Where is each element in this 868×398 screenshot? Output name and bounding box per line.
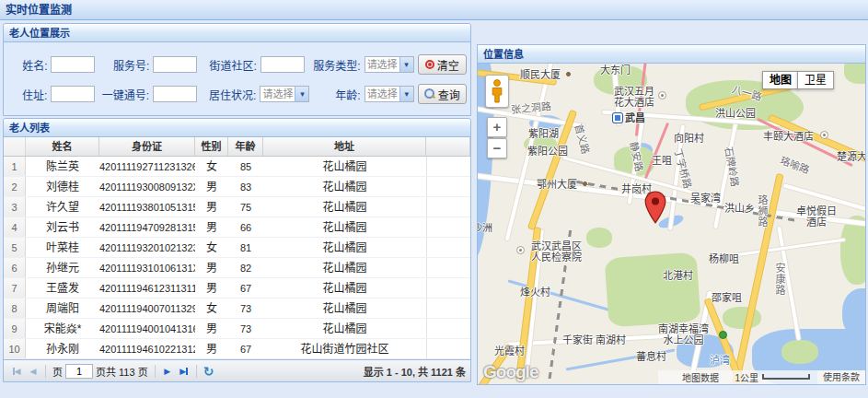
cell-id: 420111192711231326	[99, 157, 195, 176]
cell-name: 刘德桂	[26, 177, 99, 196]
map-label: 邵家咀	[712, 292, 742, 303]
next-page-button[interactable]: ▶	[159, 363, 176, 380]
last-page-button[interactable]: ▶	[176, 363, 192, 380]
cell-sex: 男	[195, 339, 228, 358]
page-title-bar: 实时位置监测	[0, 0, 868, 20]
cell-age: 81	[228, 238, 263, 257]
table-row[interactable]: 10 孙永刚 420111194610221312 男 67 花山街道竹园社区	[4, 339, 470, 359]
service-type-label: 服务类型:	[309, 57, 364, 73]
park-area	[844, 64, 865, 84]
chevron-down-icon: ▾	[399, 57, 413, 72]
form-row-2: 住址: 一键通号: 居住状况: 请选择 ▾ 年龄: 请选择	[7, 82, 467, 106]
google-logo[interactable]: Google	[483, 362, 538, 382]
chevron-down-icon: ▾	[295, 87, 308, 101]
name-input[interactable]	[51, 56, 95, 73]
map-label: 南湖幸福湾 水上公园	[658, 323, 709, 345]
next-arrow-icon: ▶	[179, 367, 186, 376]
column-id[interactable]: 身份证	[99, 137, 195, 156]
map-label: 南湖村	[596, 334, 626, 345]
table-row[interactable]: 3 许久望 420111193801051315 男 75 花山橘园	[4, 197, 470, 217]
map-label: 紫阳公园	[527, 146, 568, 157]
table-row[interactable]: 8 周端阳 420111194007011329 女 73 花山橘园	[4, 298, 470, 319]
community-input[interactable]	[260, 56, 305, 73]
cell-sex: 男	[195, 217, 228, 237]
cell-name: 孙永刚	[26, 339, 99, 358]
map-label: 鄂州大厦	[537, 179, 577, 190]
table-row[interactable]: 4 刘云书 420111194709281315 男 66 花山橘园	[4, 217, 470, 238]
cell-age: 82	[228, 258, 263, 277]
prev-page-button[interactable]: ◀	[25, 363, 41, 380]
cell-filler	[426, 278, 470, 298]
address-input[interactable]	[51, 86, 95, 102]
map-label: 吴家湾	[690, 193, 721, 204]
service-no-input[interactable]	[153, 56, 197, 73]
cell-rownum: 1	[4, 157, 26, 176]
left-column: 老人位置展示 姓名: 服务号: 街道社区: 服务类型: 请选择 ▾	[3, 23, 471, 382]
column-name[interactable]: 姓名	[26, 137, 99, 156]
age-label: 年龄:	[309, 87, 364, 102]
column-age[interactable]: 年龄	[228, 137, 263, 156]
map-attribution-bar: 地图数据 1公里 使用条款	[658, 370, 865, 384]
location-marker-icon[interactable]	[644, 191, 666, 228]
living-select[interactable]: 请选择 ▾	[260, 86, 309, 102]
age-value: 请选择	[365, 87, 399, 101]
age-select[interactable]: 请选择 ▾	[365, 86, 414, 102]
table-row[interactable]: 2 刘德桂 42011119300809132X 男 83 花山橘园	[4, 177, 470, 197]
table-row[interactable]: 6 孙继元 42011119310106131X 男 82 花山橘园	[4, 258, 470, 278]
cell-filler	[426, 197, 470, 217]
service-type-select[interactable]: 请选择 ▾	[365, 56, 414, 73]
cell-age: 73	[228, 298, 263, 318]
pegman-icon	[491, 79, 503, 103]
cell-rownum: 3	[4, 197, 26, 217]
zoom-out-button[interactable]: −	[487, 138, 507, 158]
cell-rownum: 6	[4, 258, 26, 277]
toolbar-separator	[196, 365, 197, 378]
park-area	[723, 307, 761, 329]
refresh-button[interactable]: ↻	[201, 363, 217, 380]
onekey-input[interactable]	[153, 86, 197, 102]
cell-age: 67	[228, 278, 263, 298]
next-arrow-icon: ▶	[164, 367, 170, 376]
display-range-text: 显示 1 - 10, 共 1121 条	[364, 364, 466, 379]
cell-sex: 男	[195, 278, 228, 298]
terms-link[interactable]: 使用条款	[817, 370, 865, 384]
satellite-type-button[interactable]: 卫星	[797, 71, 834, 89]
query-button-label: 查询	[438, 87, 460, 102]
clear-button-label: 清空	[437, 57, 459, 73]
map-label: 蕃息村	[636, 351, 666, 362]
query-button[interactable]: 查询	[418, 84, 467, 104]
road-label: 张之洞路	[511, 100, 552, 115]
service-type-value: 请选择	[365, 57, 399, 72]
cell-id: 420111194709281315	[99, 217, 195, 237]
map-canvas[interactable]: 顺民大厦 大东门 武汉五月 花大酒店 八一路 洪山公园 张之洞路 武昌 紫阳湖 …	[478, 64, 865, 384]
column-sex[interactable]: 性别	[195, 137, 228, 156]
community-label: 街道社区:	[203, 57, 260, 73]
table-row[interactable]: 5 叶菜桂 420111193201021323 女 81 花山橘园	[4, 238, 470, 258]
table-row[interactable]: 9 宋能焱* 420111194001041316 男 73 花山橘园	[4, 319, 470, 339]
zoom-in-button[interactable]: +	[487, 117, 507, 137]
cell-id: 42011119310106131X	[99, 258, 195, 277]
cell-rownum: 5	[4, 238, 26, 257]
page-input[interactable]	[65, 364, 93, 379]
toolbar-separator	[45, 365, 46, 378]
cell-name: 宋能焱*	[26, 319, 99, 338]
first-page-button[interactable]: ◀	[8, 363, 25, 380]
pagination-bar: ◀ ◀ 页 页共 113 页 ▶ ▶ ↻ 显示 1 - 10, 共 1121 条	[4, 359, 470, 381]
prev-arrow-icon: ◀	[15, 367, 21, 376]
cell-sex: 男	[195, 197, 228, 217]
tree-icon	[719, 331, 727, 339]
column-addr[interactable]: 地址	[263, 137, 426, 156]
park-area	[781, 340, 818, 364]
cell-addr: 花山橘园	[263, 197, 426, 217]
map-data-text: 地图数据	[682, 370, 719, 384]
metro-station-icon	[613, 113, 622, 123]
cell-name: 孙继元	[26, 258, 99, 277]
road-label: 珞喻路	[779, 155, 811, 176]
map-label: 北港村	[663, 270, 693, 281]
clear-button[interactable]: 清空	[418, 54, 467, 75]
table-row[interactable]: 7 王盛发 420111194612311311 男 67 花山橘园	[4, 278, 470, 298]
pegman-control[interactable]	[485, 75, 509, 108]
table-row[interactable]: 1 陈兰英 420111192711231326 女 85 花山橘园	[4, 157, 470, 177]
map-type-button[interactable]: 地图	[762, 71, 799, 89]
chevron-down-icon: ▾	[399, 87, 413, 101]
